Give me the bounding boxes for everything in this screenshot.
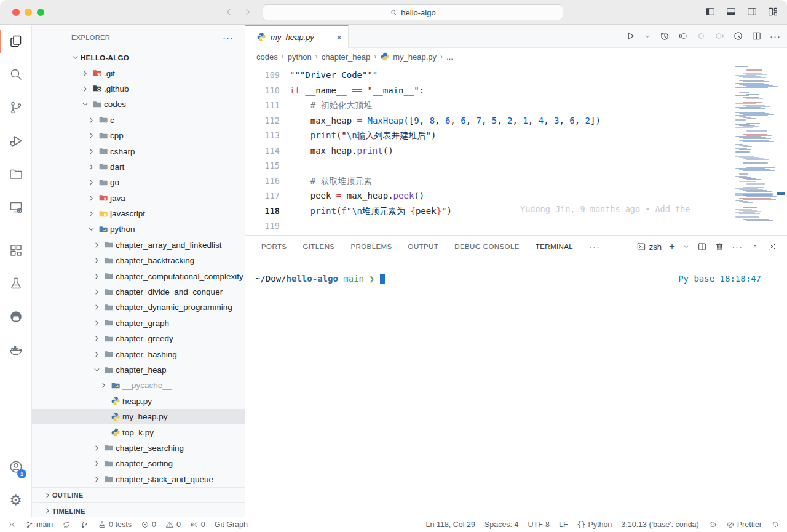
close-panel[interactable] (767, 242, 777, 252)
tree-item--git[interactable]: .git (32, 65, 245, 81)
sidebar-section-timeline[interactable]: TIMELINE (32, 502, 245, 517)
status-eol[interactable]: LF (559, 520, 568, 529)
terminal-more[interactable]: ··· (732, 242, 743, 252)
breadcrumb-item-my-heap-py[interactable]: my_heap.py (380, 52, 437, 62)
panel-tabs-more-icon[interactable]: ··· (589, 242, 600, 252)
status-errors[interactable]: 0 (141, 520, 156, 529)
layout-sidebar-left-icon[interactable] (705, 6, 716, 17)
shell-selector[interactable]: zsh (636, 242, 662, 252)
tree-item-java[interactable]: java (32, 191, 245, 206)
activity-bar-item-accounts[interactable]: 1 (0, 450, 31, 483)
navigate-back-icon[interactable] (224, 7, 234, 17)
status-warnings[interactable]: 0 (165, 520, 181, 529)
status-copilot[interactable] (708, 520, 717, 529)
panel-tab-problems[interactable]: PROBLEMS (350, 243, 392, 250)
terminal-view[interactable]: ~/Dow/hello-algo main ❯ Py base 18:18:47 (245, 258, 787, 284)
code-editor[interactable]: 109"""Driver Code"""110if __name__ == "_… (245, 65, 787, 235)
status-notifications[interactable] (771, 520, 780, 529)
panel-tab-gitlens[interactable]: GITLENS (303, 243, 334, 250)
status-prettier[interactable]: Prettier (726, 520, 762, 529)
breadcrumb-item-codes[interactable]: codes (256, 52, 278, 62)
open-changes-icon[interactable] (678, 31, 688, 41)
tree-item-my-heap-py[interactable]: my_heap.py (32, 409, 245, 424)
tree-item-chapter-heap[interactable]: chapter_heap (32, 362, 245, 378)
tree-item-chapter-greedy[interactable]: chapter_greedy (32, 331, 245, 346)
layout-panel-icon[interactable] (726, 6, 737, 17)
tree-item-chapter-dynamic-programming[interactable]: chapter_dynamic_programming (32, 300, 245, 315)
panel-tab-terminal[interactable]: TERMINAL (536, 243, 573, 250)
tree-item-chapter-hashing[interactable]: chapter_hashing (32, 346, 245, 362)
status-git-graph[interactable]: Git Graph (215, 520, 248, 529)
tree-root-hello-algo[interactable]: HELLO-ALGO (32, 50, 245, 65)
split-editor-icon[interactable] (751, 31, 762, 41)
sidebar-more-actions-icon[interactable]: ··· (223, 32, 234, 42)
split-terminal[interactable] (697, 242, 707, 252)
status-test-status[interactable]: 0 tests (98, 520, 132, 529)
tree-item-c[interactable]: c (32, 113, 245, 128)
tree-item-dart[interactable]: dart (32, 159, 245, 175)
tree-item-javascript[interactable]: javascript (32, 206, 245, 221)
tree-item-chapter-array-and-linkedlist[interactable]: chapter_array_and_linkedlist (32, 237, 245, 253)
panel-tab-ports[interactable]: PORTS (261, 243, 287, 250)
sidebar-section-outline[interactable]: OUTLINE (32, 487, 245, 503)
maximize-panel[interactable] (750, 242, 760, 252)
tree-item-codes[interactable]: codes (32, 97, 245, 112)
customize-layout-icon[interactable] (767, 6, 778, 17)
activity-bar-item-search[interactable] (0, 58, 31, 91)
tree-item--pycache-[interactable]: __pycache__ (32, 378, 245, 393)
tree-item-chapter-divide-and-conquer[interactable]: chapter_divide_and_conquer (32, 284, 245, 300)
tree-item-chapter-stack-and-queue[interactable]: chapter_stack_and_queue (32, 472, 245, 487)
status-ports[interactable]: 0 (190, 520, 205, 529)
minimap[interactable] (735, 66, 773, 232)
status-encoding[interactable]: UTF-8 (528, 520, 550, 529)
status-python-interpreter[interactable]: 3.10.13 ('base': conda) (621, 520, 698, 529)
status-language-mode[interactable]: {}Python (577, 520, 612, 529)
run-dropdown-icon[interactable] (644, 33, 651, 40)
breadcrumb-item-chapter-heap[interactable]: chapter_heap (322, 52, 371, 62)
tree-item-chapter-computational-complexity[interactable]: chapter_computational_complexity (32, 268, 245, 284)
breadcrumb-item-python[interactable]: python (288, 52, 312, 62)
command-center-search[interactable]: hello-algo (263, 4, 563, 20)
panel-tab-output[interactable]: OUTPUT (408, 243, 439, 250)
minimize-window-button[interactable] (25, 9, 32, 16)
status-cursor-position[interactable]: Ln 118, Col 29 (426, 520, 475, 529)
run-python-file-icon[interactable] (625, 31, 636, 41)
activity-bar-item-project-manager[interactable] (0, 157, 31, 191)
previous-change-icon[interactable] (696, 31, 706, 41)
tree-item-chapter-backtracking[interactable]: chapter_backtracking (32, 253, 245, 268)
tree-item-python[interactable]: python (32, 221, 245, 237)
gitlens-annotate-icon[interactable] (733, 31, 743, 41)
tree-item-chapter-sorting[interactable]: chapter_sorting (32, 456, 245, 471)
more-actions-icon[interactable]: ··· (770, 31, 781, 41)
tree-item-top-k-py[interactable]: top_k.py (32, 424, 245, 440)
activity-bar-item-testing[interactable] (0, 267, 31, 300)
status-gitlens-status[interactable] (80, 520, 89, 529)
layout-sidebar-right-icon[interactable] (746, 6, 757, 17)
tree-item-heap-py[interactable]: heap.py (32, 394, 245, 409)
activity-bar-item-extensions[interactable] (0, 234, 31, 267)
panel-tab-debug-console[interactable]: DEBUG CONSOLE (454, 243, 520, 250)
kill-terminal[interactable] (714, 242, 724, 252)
status-remote-indicator[interactable] (7, 520, 16, 529)
tree-item-cpp[interactable]: cpp (32, 128, 245, 143)
activity-bar-item-github[interactable] (0, 300, 31, 333)
breadcrumb-item--[interactable]: ... (446, 52, 453, 62)
tab-close-icon[interactable]: × (336, 32, 342, 42)
tree-item-csharp[interactable]: csharp (32, 143, 245, 159)
tree-item--github[interactable]: .github (32, 81, 245, 97)
activity-bar-item-source-control[interactable] (0, 91, 31, 124)
next-change-icon[interactable] (714, 31, 725, 41)
status-sync-changes[interactable] (62, 520, 71, 529)
zoom-window-button[interactable] (37, 9, 44, 16)
navigate-forward-icon[interactable] (242, 7, 253, 17)
status-git-branch[interactable]: main (25, 520, 53, 529)
close-window-button[interactable] (12, 9, 20, 16)
new-terminal[interactable]: + (669, 240, 675, 253)
activity-bar-item-explorer[interactable] (0, 25, 31, 58)
activity-bar-item-settings[interactable]: ⚙ (0, 483, 31, 517)
tree-item-go[interactable]: go (32, 175, 245, 190)
tree-item-chapter-graph[interactable]: chapter_graph (32, 316, 245, 331)
status-indentation[interactable]: Spaces: 4 (484, 520, 519, 529)
activity-bar-item-remote-explorer[interactable] (0, 191, 31, 224)
launch-profile[interactable] (682, 243, 690, 250)
